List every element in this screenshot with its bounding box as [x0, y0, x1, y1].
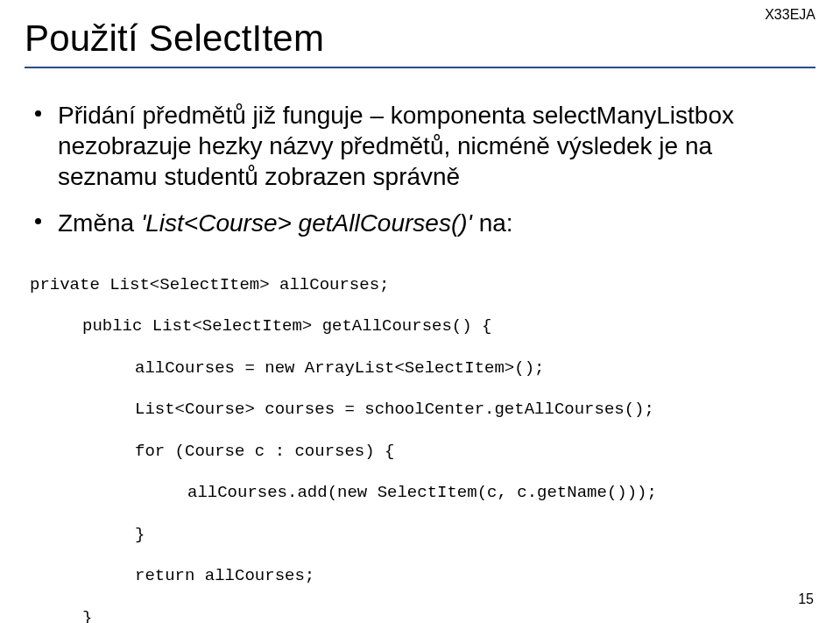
bullet-1: Přidání předmětů již funguje – komponent…: [30, 100, 815, 192]
code-line-2: public List<SelectItem> getAllCourses() …: [30, 316, 815, 337]
code-line-6: allCourses.add(new SelectItem(c, c.getNa…: [30, 483, 815, 504]
bullet-2-suffix: na:: [472, 209, 513, 237]
code-line-9: }: [30, 608, 815, 623]
slide-title: Použití SelectItem: [25, 18, 815, 60]
page-number: 15: [798, 591, 814, 607]
code-line-3: allCourses = new ArrayList<SelectItem>()…: [30, 358, 815, 379]
code-block: private List<SelectItem> allCourses; pub…: [30, 254, 815, 623]
bullet-2-italic: 'List<Course> getAllCourses()': [141, 209, 472, 237]
slide-body: Přidání předmětů již funguje – komponent…: [25, 100, 815, 623]
title-rule: [25, 67, 815, 68]
course-tag: X33EJA: [765, 7, 815, 23]
code-line-5: for (Course c : courses) {: [30, 442, 815, 463]
bullet-2-prefix: Změna: [58, 209, 141, 237]
code-line-8: return allCourses;: [30, 566, 815, 587]
bullet-2: Změna 'List<Course> getAllCourses()' na:: [30, 208, 815, 238]
code-line-1: private List<SelectItem> allCourses;: [30, 275, 389, 294]
code-line-7: }: [30, 525, 815, 546]
code-line-4: List<Course> courses = schoolCenter.getA…: [30, 400, 815, 421]
